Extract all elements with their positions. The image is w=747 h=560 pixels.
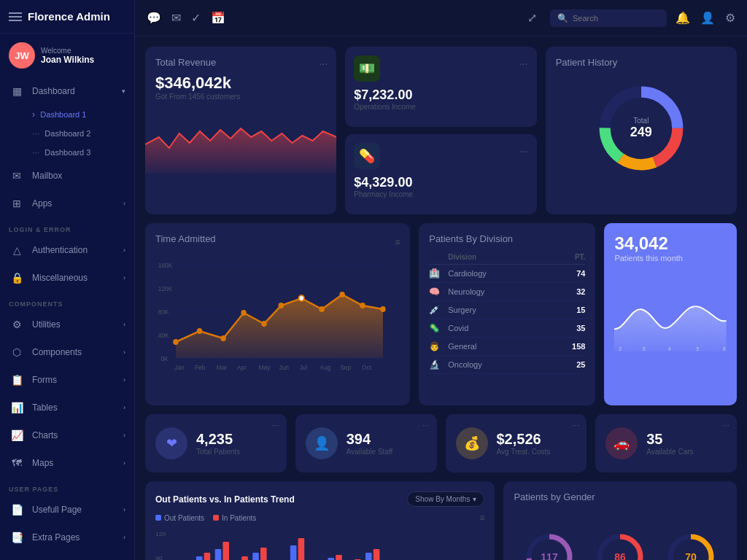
gear-icon[interactable]: ⚙ xyxy=(725,11,735,25)
stat2-dots[interactable]: ··· xyxy=(422,420,429,430)
nav-tables[interactable]: 📊 Tables › xyxy=(0,394,134,421)
trend-filter[interactable]: Show By Months ▾ xyxy=(407,491,484,507)
user-icon[interactable]: 👤 xyxy=(700,11,715,25)
expand-icon[interactable]: ⤢ xyxy=(527,11,537,25)
nav-dashboard2[interactable]: ··· Dashboard 2 xyxy=(0,124,134,143)
gender-stats: 117 Total 86 Female xyxy=(514,508,727,560)
nav-usefull-page[interactable]: 📄 Usefull Page › xyxy=(0,496,134,524)
usefull-icon: 📄 xyxy=(9,502,25,518)
patient-history-title: Patient History xyxy=(556,57,727,68)
cardiology-name: Cardiology xyxy=(448,269,570,278)
revenue-dots[interactable]: ... xyxy=(320,55,328,67)
search-box[interactable]: 🔍 xyxy=(550,9,667,27)
oncology-name: Oncology xyxy=(448,360,570,369)
svg-text:0K: 0K xyxy=(160,355,168,362)
svg-text:90: 90 xyxy=(155,554,163,560)
pharmacy-dots[interactable]: ... xyxy=(519,143,528,155)
nav-charts-label: Charts xyxy=(32,430,116,440)
purple-wave-chart: 2 3 4 5 6 xyxy=(614,274,727,364)
stat-total-patients-label: Total Patients xyxy=(196,448,240,456)
svg-rect-49 xyxy=(215,549,222,560)
svg-rect-61 xyxy=(222,542,229,560)
operations-dots[interactable]: ... xyxy=(519,55,528,67)
nav-authentication[interactable]: △ Authentication › xyxy=(0,236,134,264)
nav-maps[interactable]: 🗺 Maps › xyxy=(0,449,134,477)
nav-dashboard2-label: Dashboard 2 xyxy=(44,129,90,138)
apps-icon: ⊞ xyxy=(9,195,25,211)
row4: Out Patients vs. In Patients Trend Show … xyxy=(145,481,737,560)
calendar-icon[interactable]: 📅 xyxy=(211,11,225,25)
legend-in-patients: In Patients xyxy=(213,513,256,523)
division-col-header: Division xyxy=(429,253,476,261)
svg-text:Mar: Mar xyxy=(217,364,228,371)
svg-rect-53 xyxy=(290,545,297,560)
hamburger-menu[interactable] xyxy=(9,12,22,21)
trend-title: Out Patients vs. In Patients Trend xyxy=(155,494,295,505)
nav-apps[interactable]: ⊞ Apps › xyxy=(0,190,134,217)
svg-rect-67 xyxy=(336,555,342,560)
nav-comp-label: Components xyxy=(32,347,116,357)
svg-rect-65 xyxy=(298,538,305,560)
stat-patients-icon: ❤ xyxy=(155,427,187,459)
user-info: Welcome Joan Wilkins xyxy=(41,47,94,65)
stat1-dots[interactable]: ··· xyxy=(272,420,279,430)
svg-point-19 xyxy=(261,321,266,327)
stat3-dots[interactable]: ··· xyxy=(572,420,579,430)
surgery-icon: 💉 xyxy=(429,305,442,315)
covid-icon: 🦠 xyxy=(429,323,442,333)
trend-chart-menu[interactable]: ≡ xyxy=(479,513,484,523)
division-row-covid: 🦠 Covid 35 xyxy=(429,319,585,338)
stat-staff-values: 394 Available Staff xyxy=(347,431,393,456)
nav-dashboard[interactable]: ▦ Dashboard ▾ xyxy=(0,77,134,105)
stat-total-patients-value: 4,235 xyxy=(196,431,240,448)
search-input[interactable] xyxy=(573,14,646,23)
trend-filter-arrow: ▾ xyxy=(473,495,476,503)
trend-chart: 120 90 60 xyxy=(155,527,484,560)
user-section: JW Welcome Joan Wilkins xyxy=(0,34,134,77)
tables-icon: 📊 xyxy=(9,400,25,416)
surgery-name: Surgery xyxy=(448,306,570,314)
nav-components[interactable]: ⬡ Components › xyxy=(0,338,134,366)
task-icon[interactable]: ✓ xyxy=(191,11,201,25)
row1: ... Total Revenue $346,042k Got From 145… xyxy=(145,47,737,214)
division-table: Division PT. 🏥 Cardiology 74 🧠 Neurology… xyxy=(429,250,585,374)
chat-icon[interactable]: 💬 xyxy=(147,11,161,25)
svg-text:Jan: Jan xyxy=(174,364,185,371)
svg-point-23 xyxy=(339,292,344,298)
nav-forms[interactable]: 📋 Forms › xyxy=(0,366,134,394)
charts-icon: 📈 xyxy=(9,427,25,443)
pharmacy-label: Pharmacy Income xyxy=(354,190,527,198)
nav-mailbox[interactable]: ✉ Mailbox xyxy=(0,162,134,190)
nav-dashboard3[interactable]: ··· Dashboard 3 xyxy=(0,143,134,162)
svg-text:160K: 160K xyxy=(158,262,173,269)
svg-point-22 xyxy=(319,306,324,312)
legend-out-patients: Out Patients xyxy=(155,513,204,523)
svg-text:May: May xyxy=(259,364,271,371)
nav-utilities[interactable]: ⚙ Utilities › xyxy=(0,311,134,338)
surgery-count: 15 xyxy=(576,306,585,314)
operations-amount: $7,232.00 xyxy=(354,88,527,103)
svg-rect-63 xyxy=(260,548,267,560)
revenue-chart xyxy=(145,101,336,214)
section-login-error: LOGIN & ERROR xyxy=(0,217,134,236)
stat4-dots[interactable]: ··· xyxy=(722,420,729,430)
mail-icon[interactable]: ✉ xyxy=(171,11,181,25)
revenue-card: ... Total Revenue $346,042k Got From 145… xyxy=(145,47,336,214)
dashboard-icon: ▦ xyxy=(9,83,25,99)
nav-dashboard1[interactable]: › Dashboard 1 xyxy=(0,105,134,124)
bell-icon[interactable]: 🔔 xyxy=(676,11,690,25)
time-admitted-menu[interactable]: ≡ xyxy=(395,237,400,247)
svg-rect-51 xyxy=(252,553,259,560)
svg-text:86: 86 xyxy=(614,551,626,560)
nav-forms-label: Forms xyxy=(32,375,116,385)
operations-income-card: ... 💵 $7,232.00 Operations Income xyxy=(345,47,536,127)
nav-charts[interactable]: 📈 Charts › xyxy=(0,421,134,449)
svg-text:6: 6 xyxy=(723,346,726,351)
svg-text:4: 4 xyxy=(668,346,671,351)
nav-miscellaneous[interactable]: 🔒 Miscellaneous › xyxy=(0,264,134,292)
nav-extra-pages[interactable]: 📑 Extra Pages › xyxy=(0,524,134,551)
general-name: General xyxy=(448,342,566,351)
general-icon: 👨 xyxy=(429,341,442,351)
revenue-amount: $346,042k xyxy=(155,74,326,93)
pharmacy-icon: 💊 xyxy=(354,143,380,169)
